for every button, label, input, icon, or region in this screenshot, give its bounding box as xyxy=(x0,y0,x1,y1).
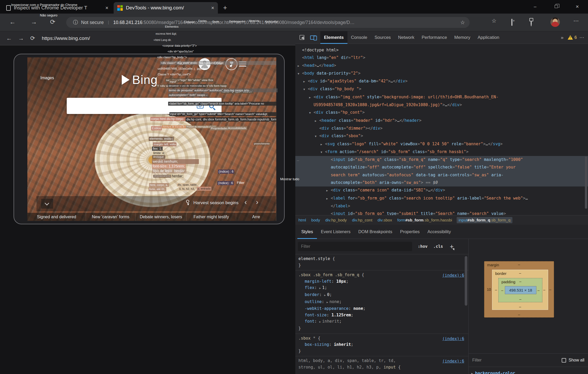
margin-top-value[interactable]: – xyxy=(518,262,520,267)
address-bar[interactable]: ⓘ Not secure | 10.68.241.216:50080/msedg… xyxy=(66,17,470,28)
search-magnifier-icon[interactable] xyxy=(209,104,214,108)
twisty-icon[interactable]: ▶ xyxy=(315,117,319,125)
dom-tree-line[interactable]: ▶<div class="camera icon" data-iid="SBI"… xyxy=(295,186,588,194)
new-tab-button[interactable]: + xyxy=(223,4,227,12)
show-all-checkbox[interactable] xyxy=(562,358,566,363)
stylesheet-link[interactable]: (index):6 xyxy=(442,358,464,365)
dom-tree-line[interactable]: ▶<svg class="logo" fill="white" viewBox=… xyxy=(295,140,588,148)
settings-menu-icon[interactable]: ⋯ xyxy=(573,18,579,24)
box-model-padding[interactable]: padding – – – – 498.531 × 18 xyxy=(498,278,542,302)
window-restore-button[interactable] xyxy=(548,0,565,13)
padding-bottom-value[interactable]: – xyxy=(519,297,522,301)
css-property[interactable]: font: ▶inherit; xyxy=(298,318,466,325)
twisty-icon[interactable]: ▼ xyxy=(321,148,325,156)
tab-elements[interactable]: Elements xyxy=(320,31,347,44)
favorites-bar-icon[interactable]: ☆ xyxy=(492,18,497,24)
dom-tree-line[interactable]: ▶<head>…</head> xyxy=(295,62,588,70)
styles-scrollbar[interactable] xyxy=(465,256,467,306)
stylesheet-link[interactable]: (index):6 xyxy=(442,272,464,279)
news-headline[interactable]: New 'caravan' forms xyxy=(86,213,136,221)
twisty-icon[interactable]: ▼ xyxy=(315,132,319,140)
browser-tab-inspect[interactable]: Inspect with Chrome Developer T × xyxy=(3,2,112,14)
rewards-trophy-icon[interactable] xyxy=(225,58,237,70)
computed-filter-placeholder[interactable]: Filter xyxy=(472,358,482,363)
window-minimize-button[interactable]: – xyxy=(526,0,544,13)
bing-avatar-icon[interactable] xyxy=(199,58,211,70)
padding-right-value[interactable]: – xyxy=(537,288,540,292)
carousel-prev-icon[interactable]: ‹ xyxy=(244,198,247,206)
share-person-icon[interactable] xyxy=(531,20,532,26)
more-tabs-icon[interactable]: » xyxy=(559,35,566,40)
dom-tree-line[interactable]: ▼<body data-priority="2"> xyxy=(295,70,588,77)
css-property[interactable]: margin-left: 10px; xyxy=(298,278,466,285)
dom-tree-line[interactable]: US9594857498_1920x1080.jpg&rf=LaDigue_19… xyxy=(295,101,588,109)
devtools-menu-icon[interactable]: ⋯ xyxy=(579,34,584,40)
news-headline[interactable]: Debate winners, losers xyxy=(136,213,187,221)
cast-back-icon[interactable]: ← xyxy=(6,35,12,42)
dom-tree-line[interactable]: ▶<div id="ajaxStyles" data-bm="42">…</di… xyxy=(295,77,588,85)
tab-console[interactable]: Console xyxy=(347,31,371,44)
hamburger-menu-icon[interactable] xyxy=(239,62,246,68)
cast-reload-icon[interactable]: ⟳ xyxy=(30,35,35,42)
dom-tree[interactable]: <!doctype html><html lang="en" dir="ltr"… xyxy=(295,44,588,215)
margin-left-value[interactable]: 10 xyxy=(487,287,491,292)
css-property[interactable]: -webkit-appearance: none; xyxy=(298,305,466,312)
css-property[interactable]: font-size: 1.125rem; xyxy=(298,312,466,318)
device-toolbar-icon[interactable] xyxy=(310,35,316,40)
back-button[interactable]: ← xyxy=(9,18,16,26)
bing-search-input[interactable] xyxy=(67,98,222,114)
warning-count[interactable]: 6 xyxy=(574,35,577,40)
tab-dom-breakpoints[interactable]: DOM Breakpoints xyxy=(354,225,396,239)
expand-arrow-icon[interactable]: ▶ xyxy=(471,372,473,374)
dom-tree-line[interactable]: <!doctype html> xyxy=(295,46,588,54)
dom-tree-line[interactable]: ▶<label for="sb_form_go" class="search i… xyxy=(295,195,588,202)
carousel-next-icon[interactable]: › xyxy=(256,198,258,206)
browser-tab-devtools[interactable]: DevTools - www.bing.com/ × xyxy=(114,2,218,14)
show-all-toggle[interactable]: Show all xyxy=(562,358,584,363)
border-right-value[interactable]: – xyxy=(543,288,545,292)
bing-rewards-points[interactable]: 695 xyxy=(214,61,221,66)
css-property[interactable]: box-sizing: inherit; xyxy=(298,341,466,348)
bing-username[interactable]: Connor xyxy=(178,61,193,66)
stylesheet-link[interactable]: (index):6 xyxy=(442,336,464,342)
tab-network[interactable]: Network xyxy=(394,31,418,44)
css-property[interactable]: outline: ▶none; xyxy=(298,299,466,306)
visual-search-camera-icon[interactable] xyxy=(197,103,204,108)
class-toggle-button[interactable]: .cls xyxy=(433,244,443,249)
tab-styles[interactable]: Styles xyxy=(297,225,317,239)
computed-property[interactable]: ▶background-color xyxy=(471,371,515,374)
twisty-icon[interactable]: ▶ xyxy=(303,78,308,85)
cast-forward-icon[interactable]: → xyxy=(18,35,24,42)
padding-top-value[interactable]: – xyxy=(519,279,522,283)
cast-address-input[interactable]: https://www.bing.com/ xyxy=(42,35,90,41)
tab-close-icon[interactable]: × xyxy=(211,5,214,11)
dom-tree-line[interactable]: autocapitalize="off" autocomplete="off" … xyxy=(295,164,588,171)
dom-tree-line[interactable]: ‥<input id="sb_form_q" class="sb_form_q"… xyxy=(295,156,588,164)
carousel-caption[interactable]: Harvest season begins xyxy=(193,200,238,206)
padding-left-value[interactable]: – xyxy=(501,288,503,292)
tab-performance[interactable]: Performance xyxy=(418,31,451,44)
twisty-icon[interactable]: ▼ xyxy=(303,86,308,93)
box-model-border[interactable]: border – – – – padding – – – – 498.531 ×… xyxy=(492,270,548,310)
twisty-icon[interactable]: ▼ xyxy=(309,109,314,117)
breadcrumb-item[interactable]: body xyxy=(311,217,321,223)
bing-page-screenshot[interactable]: Images Connor 695 Bing Harvest season be… xyxy=(27,57,276,221)
reload-button[interactable]: ⟳ xyxy=(50,18,55,26)
twisty-icon[interactable]: ▶ xyxy=(326,187,331,194)
inspect-element-icon[interactable] xyxy=(299,35,304,40)
tab-close-icon[interactable]: × xyxy=(105,5,108,11)
add-favorite-icon[interactable]: ☆ xyxy=(460,19,465,26)
tab-memory[interactable]: Memory xyxy=(451,31,474,44)
twisty-icon[interactable]: ▶ xyxy=(326,195,331,202)
news-headline[interactable]: Arre xyxy=(236,213,276,221)
chevron-down-icon[interactable] xyxy=(41,199,53,209)
dom-tree-line[interactable]: <div class="dimmer"></div> xyxy=(295,125,588,132)
tab-accessibility[interactable]: Accessibility xyxy=(424,225,455,239)
dom-tree-line[interactable]: ▼<form action="/search" id="sb_form" cla… xyxy=(295,148,588,156)
twisty-icon[interactable]: ▶ xyxy=(321,141,325,148)
dom-tree-line[interactable]: ▼<div class="sbox"> xyxy=(295,132,588,140)
news-headline[interactable]: Father might testify xyxy=(187,213,236,221)
styles-filter-input[interactable] xyxy=(298,242,412,251)
box-model-content[interactable]: 498.531 × 18 xyxy=(505,286,536,294)
tab-application[interactable]: Application xyxy=(474,31,503,44)
